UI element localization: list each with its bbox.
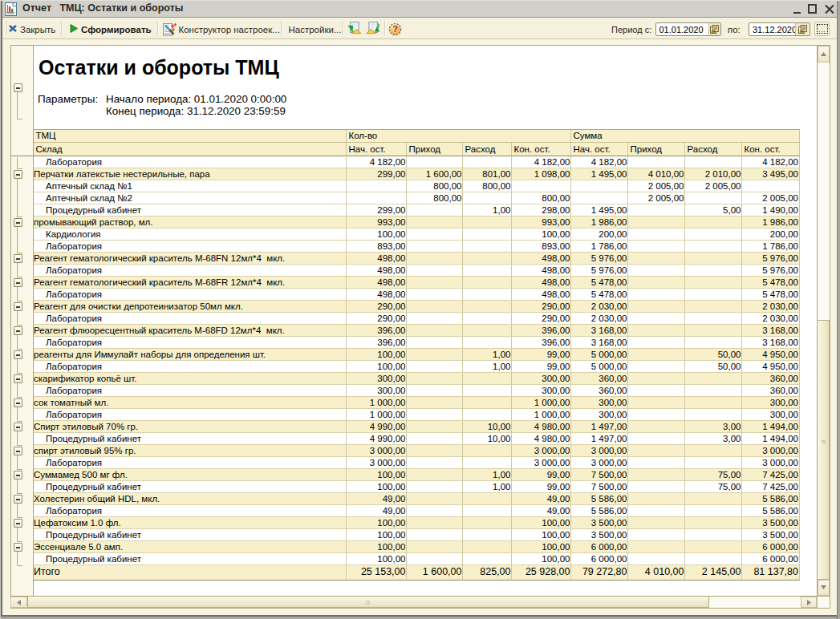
row-value[interactable] <box>628 253 685 265</box>
row-value[interactable] <box>685 277 742 289</box>
row-value[interactable]: 50,00 <box>685 349 742 361</box>
maximize-button[interactable] <box>808 4 817 14</box>
minimize-button[interactable] <box>793 12 801 14</box>
row-value[interactable] <box>628 289 685 301</box>
row-value[interactable]: 6 000,00 <box>742 553 800 565</box>
row-value[interactable]: 100,00 <box>347 469 407 481</box>
row-value[interactable]: 100,00 <box>347 229 407 241</box>
row-value[interactable]: 7 425,00 <box>742 469 800 481</box>
collapse-box[interactable] <box>14 399 22 407</box>
row-value[interactable]: 993,00 <box>347 216 407 229</box>
column-header[interactable]: Склад <box>34 143 347 156</box>
vertical-scroll-thumb[interactable] <box>818 320 830 580</box>
row-value[interactable]: 100,00 <box>512 229 571 241</box>
row-value[interactable] <box>407 277 463 289</box>
collapse-box[interactable] <box>14 302 22 311</box>
row-value[interactable]: 49,00 <box>512 505 571 517</box>
period-from-value[interactable]: 01.01.2020 <box>659 25 704 34</box>
row-value[interactable]: 3 500,00 <box>571 517 628 529</box>
row-value[interactable] <box>463 192 512 204</box>
row-value[interactable] <box>628 216 685 229</box>
collapse-box[interactable] <box>14 519 22 528</box>
row-value[interactable] <box>685 505 742 517</box>
row-value[interactable] <box>628 553 685 565</box>
row-value[interactable] <box>628 229 685 241</box>
row-value[interactable] <box>407 445 463 457</box>
collapse-box[interactable] <box>14 218 22 227</box>
row-name[interactable]: Лаборатория <box>34 409 347 421</box>
column-header[interactable]: Нач. ост. <box>571 143 628 156</box>
row-value[interactable] <box>628 349 685 361</box>
row-value[interactable] <box>463 517 512 529</box>
row-value[interactable]: 1,00 <box>463 349 512 361</box>
row-value[interactable]: 299,00 <box>347 204 407 216</box>
row-name[interactable]: Лаборатория <box>34 505 347 517</box>
row-value[interactable] <box>407 553 463 565</box>
row-value[interactable] <box>742 180 800 192</box>
row-value[interactable] <box>463 277 512 289</box>
collapse-box[interactable] <box>14 495 22 504</box>
row-value[interactable]: 3 000,00 <box>571 445 628 457</box>
row-value[interactable] <box>685 385 742 397</box>
row-value[interactable]: 99,00 <box>512 361 571 373</box>
row-name[interactable]: Процедурный кабинет <box>34 204 347 216</box>
row-value[interactable] <box>407 349 463 361</box>
row-value[interactable]: 5 478,00 <box>742 277 800 289</box>
row-value[interactable]: 3 000,00 <box>742 445 800 457</box>
row-value[interactable]: 4 182,00 <box>347 156 407 168</box>
collapse-box[interactable] <box>14 543 22 552</box>
row-name[interactable]: Лаборатория <box>34 385 347 397</box>
row-value[interactable]: 1 497,00 <box>571 433 628 445</box>
save-values-icon[interactable] <box>366 22 383 37</box>
row-value[interactable]: 300,00 <box>347 385 407 397</box>
row-value[interactable]: 299,00 <box>347 168 407 180</box>
row-value[interactable] <box>685 192 742 204</box>
row-value[interactable] <box>407 229 463 241</box>
row-value[interactable]: 3 500,00 <box>742 529 800 541</box>
row-name[interactable]: Процедурный кабинет <box>34 553 347 565</box>
row-value[interactable] <box>407 325 463 337</box>
row-value[interactable] <box>407 433 463 445</box>
row-value[interactable] <box>463 493 512 505</box>
row-value[interactable] <box>685 253 742 265</box>
row-value[interactable]: 801,00 <box>463 168 512 180</box>
row-value[interactable]: 1 986,00 <box>571 216 628 229</box>
row-value[interactable]: 3 000,00 <box>512 445 571 457</box>
row-value[interactable]: 7 425,00 <box>742 481 800 493</box>
help-icon[interactable]: ? <box>388 23 402 36</box>
row-value[interactable] <box>628 385 685 397</box>
row-value[interactable]: 5 000,00 <box>571 349 628 361</box>
row-value[interactable]: 1 494,00 <box>742 433 800 445</box>
row-value[interactable]: 200,00 <box>742 229 800 241</box>
row-name[interactable]: Аптечный склад №2 <box>34 192 347 204</box>
row-value[interactable] <box>685 457 742 469</box>
row-value[interactable]: 100,00 <box>347 517 407 529</box>
row-value[interactable] <box>628 493 685 505</box>
row-value[interactable]: 6 000,00 <box>742 541 800 553</box>
row-value[interactable]: 360,00 <box>571 385 628 397</box>
row-value[interactable] <box>685 541 742 553</box>
total-label[interactable]: Итого <box>34 565 347 581</box>
row-value[interactable]: 1,00 <box>463 481 512 493</box>
row-value[interactable]: 100,00 <box>347 481 407 493</box>
row-value[interactable] <box>628 409 685 421</box>
close-button[interactable] <box>825 4 834 14</box>
row-value[interactable] <box>628 421 685 433</box>
row-value[interactable]: 3,00 <box>685 433 742 445</box>
row-name[interactable]: Лаборатория <box>34 313 347 325</box>
total-value[interactable]: 2 145,00 <box>685 565 742 581</box>
total-value[interactable]: 79 272,80 <box>571 565 628 581</box>
row-value[interactable]: 99,00 <box>512 481 571 493</box>
row-value[interactable]: 396,00 <box>512 337 571 349</box>
row-value[interactable] <box>463 553 512 565</box>
row-value[interactable] <box>407 517 463 529</box>
row-value[interactable]: 290,00 <box>347 313 407 325</box>
row-value[interactable]: 498,00 <box>512 289 571 301</box>
row-value[interactable] <box>628 361 685 373</box>
row-value[interactable] <box>628 397 685 409</box>
column-header[interactable]: Расход <box>463 143 512 156</box>
row-value[interactable]: 4 010,00 <box>628 168 685 180</box>
row-value[interactable] <box>685 445 742 457</box>
row-value[interactable] <box>407 313 463 325</box>
row-value[interactable]: 3 000,00 <box>347 445 407 457</box>
